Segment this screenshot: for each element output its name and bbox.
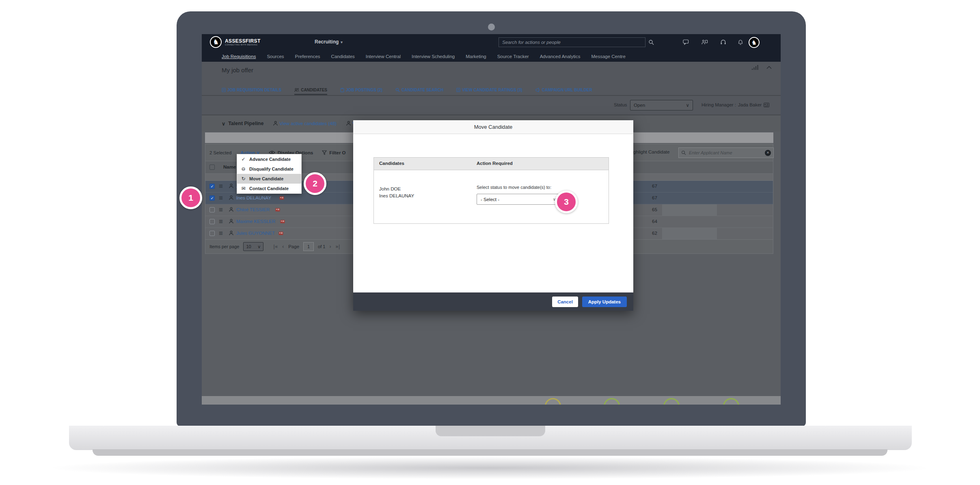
- subnav-item-preferences[interactable]: Preferences: [295, 54, 320, 59]
- page-label: Page: [288, 244, 299, 249]
- action-required-column-header: Action Required: [477, 161, 513, 166]
- prev-page-button[interactable]: ‹: [282, 244, 284, 249]
- module-subnav: Job Requisitions Sources Preferences Can…: [202, 51, 781, 62]
- chat-icon[interactable]: [683, 39, 689, 45]
- page-header: My job offer JOB REQUISITION DETAILS: [202, 62, 781, 95]
- candidate-name-link[interactable]: Jules GUYONNET: [236, 231, 275, 236]
- highlight-candidate-label: Highlight Candidate: [629, 149, 669, 154]
- tab-view-candidate-ratings[interactable]: VIEW CANDIDATE RATINGS (3): [456, 84, 522, 95]
- status-move-select[interactable]: - Select - ∨: [477, 194, 560, 205]
- person-icon: [229, 231, 233, 236]
- candidates-column-header: Candidates: [379, 161, 404, 166]
- candidate-score: 67: [652, 195, 657, 200]
- person-icon: [229, 207, 233, 212]
- apply-updates-button[interactable]: Apply Updates: [582, 297, 627, 307]
- drag-handle-icon[interactable]: ≡: [219, 194, 223, 202]
- view-active-candidates-link[interactable]: View active candidates (48): [273, 121, 336, 126]
- chart-icon[interactable]: [752, 65, 758, 70]
- drag-handle-icon[interactable]: ≡: [219, 218, 223, 226]
- laptop-hinge: [69, 426, 912, 450]
- brand-name: ASSESSFIRST: [225, 39, 261, 44]
- subnav-item-sources[interactable]: Sources: [267, 54, 284, 59]
- row-checkbox[interactable]: [209, 207, 215, 212]
- module-label: Recruiting: [315, 39, 339, 45]
- subnav-item-source-tracker[interactable]: Source Tracker: [497, 54, 529, 59]
- subnav-item-marketing[interactable]: Marketing: [466, 54, 486, 59]
- status-select[interactable]: Open ∨: [630, 100, 693, 110]
- talent-pipeline-toggle[interactable]: ∨ Talent Pipeline: [222, 121, 263, 127]
- candidate-score: 64: [652, 219, 657, 224]
- row-checkbox[interactable]: ✓: [209, 195, 215, 201]
- contact-card-icon[interactable]: [764, 103, 769, 107]
- global-search-input[interactable]: [499, 37, 645, 47]
- ratings-badge-icon: [456, 88, 460, 92]
- tab-candidates[interactable]: CANDIDATES: [294, 84, 327, 95]
- highlight-candidate-box: ✕: [678, 147, 774, 158]
- callout-badge-3: 3: [555, 191, 578, 213]
- laptop-shadow: [45, 457, 935, 479]
- search-icon[interactable]: [648, 39, 654, 45]
- laptop-hinge-notch: [436, 426, 545, 436]
- subnav-item-candidates[interactable]: Candidates: [331, 54, 355, 59]
- tab-job-requisition-details[interactable]: JOB REQUISITION DETAILS: [222, 84, 281, 95]
- brand-tagline: CONNECTING WITH MEANING: [225, 44, 261, 46]
- menu-item-advance-candidate[interactable]: ✓ Advance Candidate: [237, 154, 301, 164]
- menu-item-move-candidate[interactable]: ↻ Move Candidate: [237, 174, 301, 184]
- subnav-item-interview-scheduling[interactable]: Interview Scheduling: [412, 54, 455, 59]
- drag-handle-icon[interactable]: ≡: [219, 182, 223, 191]
- cancel-button[interactable]: Cancel: [552, 297, 578, 307]
- page-number-input[interactable]: [303, 242, 314, 251]
- row-checkbox[interactable]: [209, 219, 215, 224]
- person-icon: [273, 121, 278, 126]
- subnav-item-job-requisitions[interactable]: Job Requisitions: [222, 54, 256, 59]
- decor-circle: [604, 398, 620, 405]
- filter-options-button[interactable]: Filter O: [322, 150, 345, 155]
- people-directory-icon[interactable]: [702, 39, 708, 45]
- status-row: Status Open ∨ Hiring Manager : Jada Bake…: [202, 96, 781, 115]
- items-per-page-select[interactable]: 10 ∨: [243, 242, 263, 251]
- subnav-item-interview-central[interactable]: Interview Central: [366, 54, 401, 59]
- highlight-candidate-input[interactable]: [688, 150, 763, 156]
- drag-handle-icon[interactable]: ≡: [219, 206, 223, 214]
- modal-candidate-name: Ines DELAUNAY: [379, 193, 414, 198]
- module-switcher[interactable]: Recruiting▾: [315, 39, 343, 45]
- menu-item-disqualify-candidate[interactable]: ⊖ Disqualify Candidate: [237, 164, 301, 174]
- candidate-score: 62: [652, 231, 657, 236]
- notifications-bell-icon[interactable]: [738, 39, 743, 45]
- next-page-button[interactable]: ›: [329, 244, 331, 249]
- modal-table: Candidates Action Required John DOE Ines…: [373, 157, 609, 224]
- candidate-name-link[interactable]: Chloé TESSIER: [236, 207, 270, 212]
- subnav-item-message-centre[interactable]: Message Centre: [591, 54, 625, 59]
- resume-card-icon[interactable]: [275, 208, 280, 212]
- drag-handle-icon[interactable]: ≡: [219, 230, 223, 238]
- row-checkbox[interactable]: ✓: [209, 184, 215, 189]
- last-page-button[interactable]: »|: [335, 244, 340, 249]
- selected-count: 2 Selected: [209, 150, 231, 155]
- collapse-chevron-up-icon[interactable]: [766, 66, 772, 69]
- resume-card-icon[interactable]: [280, 220, 285, 223]
- user-avatar[interactable]: ♞: [749, 37, 760, 48]
- page-of-label: of 1: [318, 244, 325, 249]
- row-checkbox[interactable]: [209, 231, 215, 236]
- menu-item-contact-candidate[interactable]: ✉ Contact Candidate: [237, 184, 301, 193]
- resume-card-icon[interactable]: [279, 196, 284, 200]
- modal-footer: Cancel Apply Updates: [353, 292, 633, 311]
- callout-badge-2: 2: [304, 172, 326, 195]
- candidate-name-link[interactable]: Maxime KESSLER: [236, 219, 276, 224]
- select-all-checkbox[interactable]: [209, 165, 215, 170]
- tab-job-postings[interactable]: JOB POSTINGS (2): [340, 84, 382, 95]
- chevron-down-icon: ∨: [686, 102, 689, 108]
- clear-icon[interactable]: ✕: [765, 150, 771, 156]
- headset-icon[interactable]: [720, 39, 726, 45]
- first-page-button[interactable]: |«: [273, 244, 278, 249]
- chevron-down-icon: ∨: [257, 244, 261, 249]
- chevron-down-icon: ∨: [222, 121, 225, 127]
- resume-card-icon[interactable]: [278, 232, 283, 235]
- subnav-item-advanced-analytics[interactable]: Advanced Analytics: [540, 54, 581, 59]
- status-select-label: Select status to move candidate(s) to:: [477, 185, 551, 190]
- minus-circle-icon: ⊖: [240, 166, 246, 172]
- funnel-icon: [322, 150, 327, 155]
- tab-campaign-url-builder[interactable]: CAMPAIGN URL BUILDER: [535, 84, 592, 95]
- tab-candidate-search[interactable]: CANDIDATE SEARCH: [395, 84, 443, 95]
- candidate-name-link[interactable]: Ines DELAUNAY: [236, 195, 271, 200]
